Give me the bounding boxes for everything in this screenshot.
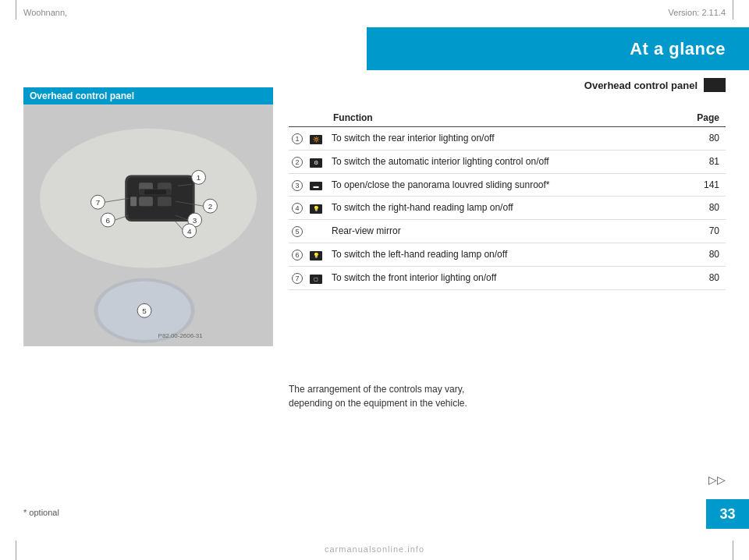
banner-title: At a glance	[630, 39, 726, 59]
col-header-function	[289, 109, 328, 127]
row-description: To switch the rear interior lighting on/…	[328, 127, 674, 151]
table-row: 6💡To switch the left-hand reading lamp o…	[289, 243, 726, 266]
section-heading-area: Overhead control panel	[584, 78, 726, 92]
row-icon: 💡	[307, 197, 328, 220]
table-row: 4💡To switch the right-hand reading lamp …	[289, 197, 726, 220]
svg-text:1: 1	[197, 173, 201, 182]
footer-note-line2: depending on the equipment in the vehicl…	[289, 396, 467, 410]
table-row: 5Rear-view mirror70	[289, 220, 726, 243]
row-number: 1	[289, 127, 307, 151]
function-table: Function Page 1🔆To switch the rear inter…	[289, 109, 726, 290]
svg-rect-8	[139, 197, 153, 206]
at-a-glance-banner: At a glance	[367, 27, 749, 70]
row-page: 80	[674, 127, 726, 151]
panel-image-area: 1 2 3 4 5 6 7	[23, 105, 273, 346]
col-header-page: Page	[674, 109, 726, 127]
svg-rect-10	[130, 197, 137, 206]
row-page: 80	[674, 266, 726, 289]
top-border-left	[16, 0, 16, 19]
header-center-text: Version: 2.11.4	[669, 8, 726, 17]
svg-rect-9	[158, 197, 172, 206]
svg-text:5: 5	[142, 307, 147, 315]
row-description: To switch the automatic interior lightin…	[328, 150, 674, 173]
section-heading-text: Overhead control panel	[584, 80, 698, 91]
row-number: 5	[289, 220, 307, 243]
page-number-box: 33	[706, 499, 749, 529]
row-number: 3	[289, 173, 307, 197]
row-icon: ◻	[307, 266, 328, 289]
section-heading-bar	[704, 78, 726, 92]
row-icon	[307, 220, 328, 243]
svg-text:3: 3	[193, 216, 197, 225]
row-description: Rear-view mirror	[328, 220, 674, 243]
row-icon: ⚙	[307, 150, 328, 173]
left-panel: Overhead control panel	[23, 87, 273, 346]
row-description: To switch the right-hand reading lamp on…	[328, 197, 674, 220]
row-page: 141	[674, 173, 726, 197]
bottom-border-right	[733, 541, 733, 560]
bottom-border-left	[16, 541, 16, 560]
svg-text:2: 2	[208, 202, 213, 211]
row-page: 80	[674, 243, 726, 266]
svg-text:P82.00-2606-31: P82.00-2606-31	[158, 332, 204, 339]
table-row: 3▬To open/close the panorama louvred sli…	[289, 173, 726, 197]
header-top: Woohnann, Version: 2.11.4	[23, 8, 726, 17]
row-description: To open/close the panorama louvred slidi…	[328, 173, 674, 197]
row-number: 2	[289, 150, 307, 173]
header-left-text: Woohnann,	[23, 8, 67, 17]
top-border-right	[733, 0, 733, 19]
right-panel: Function Page 1🔆To switch the rear inter…	[289, 109, 726, 290]
footer-note-line1: The arrangement of the controls may vary…	[289, 382, 467, 396]
table-row: 2⚙To switch the automatic interior light…	[289, 150, 726, 173]
optional-note: * optional	[23, 508, 59, 517]
row-number: 7	[289, 266, 307, 289]
col-header-function-label: Function	[328, 109, 674, 127]
car-interior-image: 1 2 3 4 5 6 7	[24, 105, 272, 346]
table-row: 7◻To switch the front interior lighting …	[289, 266, 726, 289]
row-page: 70	[674, 220, 726, 243]
svg-text:7: 7	[96, 198, 101, 207]
row-description: To switch the left-hand reading lamp on/…	[328, 243, 674, 266]
panel-title-bar: Overhead control panel	[23, 87, 273, 105]
row-number: 6	[289, 243, 307, 266]
row-icon: ▬	[307, 173, 328, 197]
row-icon: 💡	[307, 243, 328, 266]
svg-rect-12	[144, 190, 166, 194]
row-page: 81	[674, 150, 726, 173]
row-icon: 🔆	[307, 127, 328, 151]
table-row: 1🔆To switch the rear interior lighting o…	[289, 127, 726, 151]
svg-text:6: 6	[106, 216, 111, 225]
nav-arrow: ▷▷	[708, 473, 726, 486]
row-number: 4	[289, 197, 307, 220]
row-page: 80	[674, 197, 726, 220]
watermark: carmanualsonline.info	[325, 544, 424, 554]
row-description: To switch the front interior lighting on…	[328, 266, 674, 289]
svg-text:4: 4	[187, 227, 192, 236]
footer-note: The arrangement of the controls may vary…	[289, 382, 467, 410]
